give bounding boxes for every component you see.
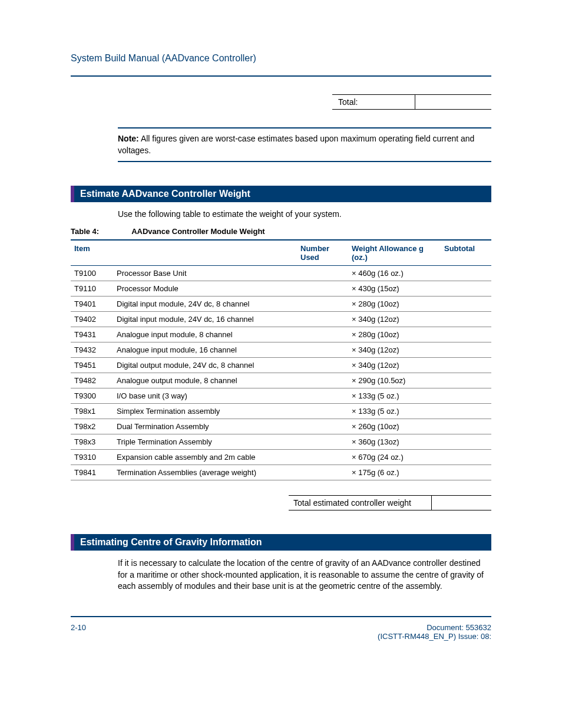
cell-desc: Triple Termination Assembly bbox=[113, 434, 297, 450]
table-row: T9482Analogue output module, 8 channel× … bbox=[71, 373, 491, 388]
page-header-title: System Build Manual (AADvance Controller… bbox=[71, 53, 491, 64]
cell-subtotal bbox=[441, 327, 491, 342]
th-desc bbox=[113, 240, 297, 266]
cell-desc: Digital output module, 24V dc, 8 channel bbox=[113, 358, 297, 373]
cell-weight: × 340g (12oz) bbox=[348, 342, 441, 358]
table-row: T9431Analogue input module, 8 channel× 2… bbox=[71, 327, 491, 342]
section-heading-cog: Estimating Centre of Gravity Information bbox=[71, 534, 491, 551]
cell-item: T9100 bbox=[71, 266, 113, 281]
footer-doc-line1: Document: 553632 bbox=[378, 623, 491, 632]
table-row: T9401Digital input module, 24V dc, 8 cha… bbox=[71, 297, 491, 312]
total-weight-label: Total estimated controller weight bbox=[289, 496, 432, 510]
cell-number-used bbox=[297, 419, 348, 434]
table-row: T9100Processor Base Unit× 460g (16 oz.) bbox=[71, 266, 491, 281]
cell-weight: × 133g (5 oz.) bbox=[348, 388, 441, 404]
table-row: T98x3Triple Termination Assembly× 360g (… bbox=[71, 434, 491, 450]
cell-subtotal bbox=[441, 281, 491, 297]
note-prefix: Note: bbox=[118, 134, 139, 143]
cog-text: If it is necessary to calculate the loca… bbox=[118, 558, 491, 592]
table-number: Table 4: bbox=[71, 227, 130, 236]
table-caption: Table 4: AADvance Controller Module Weig… bbox=[71, 227, 491, 236]
cell-number-used bbox=[297, 312, 348, 327]
total-label: Total: bbox=[332, 95, 415, 110]
weight-table: Item Number Used Weight Allowance g (oz.… bbox=[71, 239, 491, 480]
cell-desc: Analogue input module, 16 channel bbox=[113, 342, 297, 358]
footer-rule bbox=[71, 616, 491, 617]
table-row: T9300I/O base unit (3 way)× 133g (5 oz.) bbox=[71, 388, 491, 404]
table-row: T9310Expansion cable assembly and 2m cab… bbox=[71, 450, 491, 465]
cell-subtotal bbox=[441, 373, 491, 388]
cell-number-used bbox=[297, 465, 348, 480]
cell-weight: × 175g (6 oz.) bbox=[348, 465, 441, 480]
total-box: Total: bbox=[332, 94, 491, 110]
cell-item: T9310 bbox=[71, 450, 113, 465]
cell-number-used bbox=[297, 404, 348, 419]
cell-desc: Expansion cable assembly and 2m cable bbox=[113, 450, 297, 465]
th-weight: Weight Allowance g (oz.) bbox=[348, 240, 441, 266]
cell-subtotal bbox=[441, 266, 491, 281]
cell-weight: × 280g (10oz) bbox=[348, 327, 441, 342]
cell-desc: Digital input module, 24V dc, 8 channel bbox=[113, 297, 297, 312]
table-row: T9841Termination Assemblies (average wei… bbox=[71, 465, 491, 480]
th-number-used: Number Used bbox=[297, 240, 348, 266]
cell-desc: Processor Base Unit bbox=[113, 266, 297, 281]
cell-desc: Processor Module bbox=[113, 281, 297, 297]
cell-item: T9841 bbox=[71, 465, 113, 480]
cell-weight: × 133g (5 oz.) bbox=[348, 404, 441, 419]
table-row: T98x1Simplex Termination assembly× 133g … bbox=[71, 404, 491, 419]
footer-doc-line2: (ICSTT-RM448_EN_P) Issue: 08: bbox=[378, 632, 491, 641]
cell-subtotal bbox=[441, 358, 491, 373]
cell-number-used bbox=[297, 358, 348, 373]
note-block: Note: All figures given are worst-case e… bbox=[118, 127, 491, 162]
table-title: AADvance Controller Module Weight bbox=[131, 227, 265, 236]
cell-weight: × 260g (10oz) bbox=[348, 419, 441, 434]
cell-subtotal bbox=[441, 450, 491, 465]
cell-desc: Digital input module, 24V dc, 16 channel bbox=[113, 312, 297, 327]
cell-subtotal bbox=[441, 404, 491, 419]
cell-number-used bbox=[297, 281, 348, 297]
cell-weight: × 670g (24 oz.) bbox=[348, 450, 441, 465]
cell-weight: × 340g (12oz) bbox=[348, 312, 441, 327]
note-text: All figures given are worst-case estimat… bbox=[118, 134, 474, 155]
cell-subtotal bbox=[441, 297, 491, 312]
cell-weight: × 280g (10oz) bbox=[348, 297, 441, 312]
footer-page-number: 2-10 bbox=[71, 623, 86, 641]
header-rule bbox=[71, 75, 491, 77]
cell-number-used bbox=[297, 450, 348, 465]
page-footer: 2-10 Document: 553632 (ICSTT-RM448_EN_P)… bbox=[71, 623, 491, 641]
cell-desc: Analogue output module, 8 channel bbox=[113, 373, 297, 388]
cell-item: T98x1 bbox=[71, 404, 113, 419]
cell-weight: × 460g (16 oz.) bbox=[348, 266, 441, 281]
cell-subtotal bbox=[441, 419, 491, 434]
th-subtotal: Subtotal bbox=[441, 240, 491, 266]
total-weight-value bbox=[432, 496, 492, 510]
cell-number-used bbox=[297, 373, 348, 388]
cell-item: T9482 bbox=[71, 373, 113, 388]
cell-subtotal bbox=[441, 388, 491, 404]
table-row: T9432Analogue input module, 16 channel× … bbox=[71, 342, 491, 358]
cell-item: T9451 bbox=[71, 358, 113, 373]
cell-item: T98x2 bbox=[71, 419, 113, 434]
table-row: T9110Processor Module× 430g (15oz) bbox=[71, 281, 491, 297]
cell-desc: Dual Termination Assembly bbox=[113, 419, 297, 434]
table-row: T98x2Dual Termination Assembly× 260g (10… bbox=[71, 419, 491, 434]
cell-number-used bbox=[297, 434, 348, 450]
cell-weight: × 360g (13oz) bbox=[348, 434, 441, 450]
cell-desc: Termination Assemblies (average weight) bbox=[113, 465, 297, 480]
cell-item: T9300 bbox=[71, 388, 113, 404]
cell-weight: × 290g (10.5oz) bbox=[348, 373, 441, 388]
cell-item: T9402 bbox=[71, 312, 113, 327]
cell-item: T9401 bbox=[71, 297, 113, 312]
cell-weight: × 430g (15oz) bbox=[348, 281, 441, 297]
section1-intro: Use the following table to estimate the … bbox=[118, 209, 491, 219]
cell-number-used bbox=[297, 327, 348, 342]
table-row: T9402Digital input module, 24V dc, 16 ch… bbox=[71, 312, 491, 327]
cell-item: T9431 bbox=[71, 327, 113, 342]
cell-subtotal bbox=[441, 465, 491, 480]
cell-subtotal bbox=[441, 434, 491, 450]
cell-number-used bbox=[297, 297, 348, 312]
cell-number-used bbox=[297, 388, 348, 404]
total-weight-row: Total estimated controller weight bbox=[289, 495, 491, 510]
cell-desc: Simplex Termination assembly bbox=[113, 404, 297, 419]
cell-desc: I/O base unit (3 way) bbox=[113, 388, 297, 404]
